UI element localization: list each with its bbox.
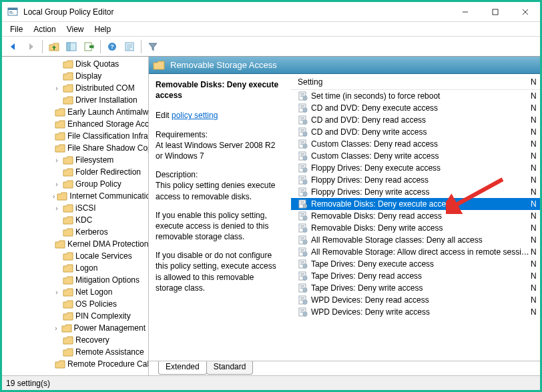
folder-icon [55, 143, 65, 153]
chevron-right-icon[interactable]: › [53, 205, 61, 212]
list-row[interactable]: Removable Disks: Deny execute accessN [291, 198, 540, 210]
menu-help[interactable]: Help [89, 23, 117, 35]
tree-item[interactable]: Display [2, 70, 148, 82]
tree-item-label: Disk Quotas [75, 59, 119, 69]
list-row[interactable]: Removable Disks: Deny read accessN [291, 210, 540, 222]
list-row[interactable]: Tape Drives: Deny write accessN [291, 282, 540, 294]
menu-action[interactable]: Action [28, 23, 61, 35]
tree-item[interactable]: ›Distributed COM [2, 82, 148, 94]
status-text: 19 setting(s) [6, 379, 50, 388]
tree-item[interactable]: Driver Installation [2, 94, 148, 106]
tree-item[interactable]: Mitigation Options [2, 274, 148, 286]
tree-item[interactable]: Logon [2, 262, 148, 274]
tree-item-label: Mitigation Options [75, 275, 140, 285]
list-row[interactable]: All Removable Storage: Allow direct acce… [291, 246, 540, 258]
svg-rect-72 [300, 201, 304, 202]
tree-item[interactable]: ›Internet Communication [2, 190, 148, 202]
up-button[interactable] [47, 39, 61, 54]
svg-rect-73 [300, 203, 304, 203]
svg-rect-110 [300, 276, 303, 277]
row-label: Tape Drives: Deny write access [311, 283, 531, 293]
svg-rect-108 [300, 273, 304, 274]
svg-text:?: ? [110, 43, 114, 50]
tree-scroll[interactable]: Disk QuotasDisplay›Distributed COMDriver… [2, 57, 148, 375]
properties-button[interactable] [122, 39, 137, 54]
svg-rect-15 [127, 47, 132, 47]
list-row[interactable]: WPD Devices: Deny read accessN [291, 294, 540, 306]
chevron-right-icon[interactable]: › [53, 181, 61, 188]
tree-item[interactable]: Kerberos [2, 226, 148, 238]
menu-file[interactable]: File [5, 23, 28, 35]
tree-item[interactable]: Locale Services [2, 250, 148, 262]
folder-icon [63, 275, 73, 285]
tree-item[interactable]: Early Launch Antimalware [2, 106, 148, 118]
policy-icon [298, 247, 308, 257]
tree-item[interactable]: OS Policies [2, 298, 148, 310]
show-hide-tree-button[interactable] [64, 39, 79, 54]
list-row[interactable]: Removable Disks: Deny write accessN [291, 222, 540, 234]
tree-item-label: File Share Shadow Copy [67, 143, 148, 153]
list-row[interactable]: All Removable Storage classes: Deny all … [291, 234, 540, 246]
list-row[interactable]: Tape Drives: Deny execute accessN [291, 258, 540, 270]
list-row[interactable]: Set time (in seconds) to force rebootN [291, 90, 540, 102]
tree-item[interactable]: ›Group Policy [2, 178, 148, 190]
column-setting[interactable]: Setting [298, 77, 531, 87]
close-button[interactable] [510, 2, 540, 22]
policy-icon [298, 91, 308, 101]
svg-rect-88 [304, 229, 306, 231]
chevron-right-icon[interactable]: › [53, 85, 61, 92]
chevron-right-icon[interactable]: › [53, 193, 55, 200]
export-list-button[interactable] [81, 39, 96, 54]
forward-button[interactable] [23, 39, 38, 54]
list-row[interactable]: Floppy Drives: Deny execute accessN [291, 162, 540, 174]
tree-item[interactable]: File Share Shadow Copy [2, 142, 148, 154]
tree-item[interactable]: ›Power Management [2, 322, 148, 334]
tree-item[interactable]: ›iSCSI [2, 202, 148, 214]
tree-item[interactable]: ›Filesystem [2, 154, 148, 166]
filter-button[interactable] [146, 39, 160, 54]
svg-rect-128 [300, 312, 303, 313]
policy-icon [298, 163, 308, 173]
svg-rect-50 [300, 156, 303, 157]
list-row[interactable]: Custom Classes: Deny write accessN [291, 150, 540, 162]
list-row[interactable]: Custom Classes: Deny read accessN [291, 138, 540, 150]
svg-rect-34 [304, 121, 306, 123]
list-row[interactable]: Floppy Drives: Deny write accessN [291, 186, 540, 198]
tree-item[interactable]: File Classification Infrastructure [2, 130, 148, 142]
tree-item[interactable]: Kernel DMA Protection [2, 238, 148, 250]
list-row[interactable]: Floppy Drives: Deny read accessN [291, 174, 540, 186]
maximize-button[interactable] [480, 2, 510, 22]
tree-item[interactable]: PIN Complexity [2, 310, 148, 322]
edit-policy-link[interactable]: policy setting [172, 111, 218, 120]
minimize-button[interactable] [450, 2, 480, 22]
tree-item[interactable]: Folder Redirection [2, 166, 148, 178]
chevron-right-icon[interactable]: › [53, 289, 61, 296]
list-row[interactable]: WPD Devices: Deny write accessN [291, 306, 540, 318]
menu-view[interactable]: View [61, 23, 89, 35]
tree-item[interactable]: Enhanced Storage Access [2, 118, 148, 130]
list-row[interactable]: CD and DVD: Deny write accessN [291, 126, 540, 138]
tree-item[interactable]: Remote Assistance [2, 346, 148, 358]
chevron-right-icon[interactable]: › [53, 325, 59, 332]
tree-item[interactable]: Remote Procedure Call [2, 358, 148, 370]
svg-rect-104 [300, 264, 303, 265]
list-row[interactable]: CD and DVD: Deny read accessN [291, 114, 540, 126]
settings-list-pane[interactable]: Setting N Set time (in seconds) to force… [291, 74, 540, 361]
window-title: Local Group Policy Editor [23, 7, 450, 17]
row-state: N [531, 127, 540, 137]
column-state[interactable]: N [531, 77, 540, 87]
tab-extended[interactable]: Extended [158, 361, 207, 375]
tree-item-label: OS Policies [75, 299, 117, 309]
svg-rect-3 [9, 13, 13, 13]
tree-item[interactable]: KDC [2, 214, 148, 226]
chevron-right-icon[interactable]: › [53, 157, 61, 164]
back-button[interactable] [6, 39, 21, 54]
tree-item[interactable]: ›Net Logon [2, 286, 148, 298]
list-row[interactable]: Tape Drives: Deny read accessN [291, 270, 540, 282]
help-button[interactable]: ? [105, 39, 119, 54]
tab-standard[interactable]: Standard [206, 361, 254, 375]
list-row[interactable]: CD and DVD: Deny execute accessN [291, 102, 540, 114]
tree-item[interactable]: Disk Quotas [2, 58, 148, 70]
tree-item[interactable]: Recovery [2, 334, 148, 346]
tree-item-label: Filesystem [75, 155, 113, 165]
